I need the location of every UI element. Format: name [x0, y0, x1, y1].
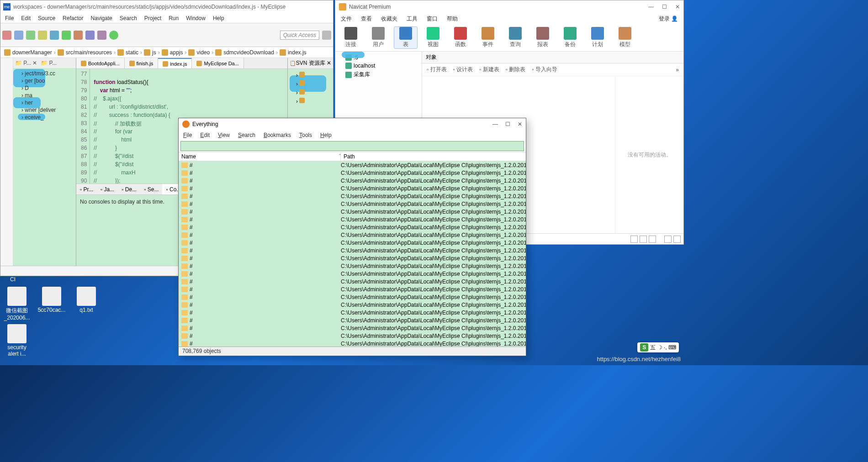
desktop-icon[interactable]: security alert i... [4, 324, 30, 357]
col-path[interactable]: Path [341, 152, 526, 161]
menu-search[interactable]: Search [120, 15, 137, 21]
result-row[interactable]: #C:\Users\Administrator\AppData\Local\My… [179, 231, 526, 239]
result-row[interactable]: #C:\Users\Administrator\AppData\Local\My… [179, 161, 526, 169]
menu-project[interactable]: Project [144, 15, 161, 21]
ribbon-用户[interactable]: 用户 [366, 27, 390, 48]
nav-menu-item[interactable]: 查看 [361, 15, 372, 23]
login-button[interactable]: 登录 👤 [659, 15, 678, 23]
ribbon-备份[interactable]: 备份 [558, 27, 582, 48]
result-row[interactable]: #C:\Users\Administrator\AppData\Local\My… [179, 247, 526, 254]
result-row[interactable]: #C:\Users\Administrator\AppData\Local\My… [179, 169, 526, 177]
ev-menu-edit[interactable]: Edit [200, 132, 210, 138]
editor-tab[interactable]: index.js [158, 58, 192, 68]
breadcrumb-item[interactable]: video [196, 49, 210, 56]
result-row[interactable]: #C:\Users\Administrator\AppData\Local\My… [179, 285, 526, 293]
quick-access-field[interactable]: Quick Access [280, 31, 319, 40]
ribbon-连接[interactable]: 连接 [339, 27, 363, 48]
view-detail-icon[interactable] [640, 236, 647, 243]
ev-menu-help[interactable]: Help [320, 132, 332, 138]
ribbon-报表[interactable]: 报表 [531, 27, 555, 48]
ribbon-视图[interactable]: 视图 [421, 27, 445, 48]
package-explorer[interactable]: 📁 P... ✕📁 P... › ject/tms/3.cc› ger [boo… [13, 58, 76, 266]
table-actions[interactable]: ▫ 打开表▫ 设计表▫ 新建表▫ 删除表▫ 导入向导» [422, 63, 683, 76]
new-icon[interactable] [2, 31, 11, 40]
save-icon[interactable] [14, 31, 23, 40]
view-list-icon[interactable] [630, 236, 638, 243]
editor-tab[interactable]: BootdoAppli... [76, 58, 125, 68]
search-icon[interactable] [85, 31, 95, 40]
result-row[interactable]: #C:\Users\Administrator\AppData\Local\My… [179, 324, 526, 332]
breadcrumb-item[interactable]: sdmcvideoDownload [223, 49, 274, 56]
editor-tab[interactable]: MyEclipse Da... [192, 58, 243, 68]
bottom-tab[interactable]: ▫ Pr... [76, 184, 97, 194]
result-row[interactable]: #C:\Users\Administrator\AppData\Local\My… [179, 184, 526, 192]
menu-edit[interactable]: Edit [21, 15, 31, 21]
pkg-item[interactable]: › ger [boo [15, 77, 74, 84]
close-icon[interactable]: ✕ [675, 4, 680, 10]
pkg-item[interactable]: › wner [deliver [15, 106, 74, 114]
result-row[interactable]: #C:\Users\Administrator\AppData\Local\My… [179, 254, 526, 262]
save-all-icon[interactable] [26, 31, 35, 40]
svn-item[interactable]: › [290, 71, 331, 79]
result-row[interactable]: #C:\Users\Administrator\AppData\Local\My… [179, 309, 526, 316]
ribbon-查询[interactable]: 查询 [503, 27, 527, 48]
breadcrumb-item[interactable]: static [126, 49, 138, 56]
ribbon-事件[interactable]: 事件 [476, 27, 500, 48]
result-row[interactable]: #C:\Users\Administrator\AppData\Local\My… [179, 301, 526, 309]
everything-menubar[interactable]: FileEditViewSearchBookmarksToolsHelp [179, 130, 526, 140]
result-row[interactable]: #C:\Users\Administrator\AppData\Local\My… [179, 293, 526, 301]
nav-menu-item[interactable]: 收藏夹 [381, 15, 397, 23]
navicat-titlebar[interactable]: Navicat Premium — ☐ ✕ [335, 0, 683, 13]
ribbon-计划[interactable]: 计划 [586, 27, 609, 48]
bottom-tab[interactable]: ▫ Se... [140, 184, 162, 194]
result-row[interactable]: #C:\Users\Administrator\AppData\Local\My… [179, 278, 526, 285]
myeclipse-titlebar[interactable]: me workspaces - downerManager/src/main/r… [0, 0, 333, 13]
ribbon-函数[interactable]: 函数 [449, 27, 472, 48]
package-explorer-tabs[interactable]: 📁 P... ✕📁 P... [13, 58, 76, 68]
result-row[interactable]: #C:\Users\Administrator\AppData\Local\My… [179, 270, 526, 278]
table-action[interactable]: ▫ 删除表 [506, 66, 526, 74]
svn-item[interactable]: › [290, 79, 331, 88]
pkg-tab[interactable]: 📁 P... ✕ [15, 60, 37, 66]
result-row[interactable]: #C:\Users\Administrator\AppData\Local\My… [179, 200, 526, 208]
pkg-item[interactable]: › ject/tms/3.cc [15, 70, 74, 77]
menu-window[interactable]: Window [186, 15, 206, 21]
ribbon-表[interactable]: 表 [394, 26, 418, 49]
maximize-icon[interactable]: ☐ [505, 121, 510, 127]
perspective-icon[interactable] [322, 31, 331, 40]
pkg-tab[interactable]: 📁 P... [41, 60, 57, 66]
breadcrumb-item[interactable]: src/main/resources [66, 49, 112, 56]
maximize-icon[interactable]: ☐ [662, 4, 667, 10]
ev-menu-file[interactable]: File [183, 132, 192, 138]
result-row[interactable]: #C:\Users\Administrator\AppData\Local\My… [179, 262, 526, 270]
nav-menu-item[interactable]: 文件 [341, 15, 352, 23]
breadcrumb-item[interactable]: appjs [170, 49, 183, 56]
everything-list-header[interactable]: Name ˄ Path [179, 152, 526, 161]
svn-item[interactable]: › [290, 97, 331, 105]
ribbon-模型[interactable]: 模型 [613, 27, 637, 48]
col-name[interactable]: Name [179, 152, 341, 161]
editor-tabs[interactable]: BootdoAppli...finish.jsindex.jsMyEclipse… [76, 58, 287, 69]
everything-search-input[interactable] [180, 141, 524, 151]
table-action[interactable]: ▫ 设计表 [453, 66, 473, 74]
ime-indicator[interactable]: S 五 ☽ ·, ⌨ [637, 342, 679, 352]
desktop-icon[interactable]: q1.txt [73, 287, 100, 321]
minimize-icon[interactable]: — [648, 4, 654, 10]
nav-tree-item[interactable]: localhost [337, 62, 420, 70]
menu-help[interactable]: Help [213, 15, 224, 21]
breadcrumb-item[interactable]: index.js [288, 49, 307, 56]
breadcrumb-item[interactable]: js [152, 49, 156, 56]
ev-menu-tools[interactable]: Tools [299, 132, 312, 138]
run-green-icon[interactable] [109, 31, 118, 40]
result-row[interactable]: #C:\Users\Administrator\AppData\Local\My… [179, 177, 526, 184]
object-bar[interactable]: 对象 [422, 52, 683, 63]
minimize-icon[interactable]: — [492, 121, 498, 127]
table-action[interactable]: ▫ 打开表 [427, 66, 447, 74]
svn-item[interactable]: › [290, 88, 331, 97]
table-action[interactable]: ▫ 导入向导 [532, 66, 557, 74]
view-er-icon[interactable] [664, 236, 672, 243]
bottom-tab[interactable]: ▫ De... [118, 184, 140, 194]
close-icon[interactable]: ✕ [518, 121, 522, 127]
desktop-ci-label[interactable]: CI [10, 276, 16, 283]
nav-tree-item[interactable]: 采集库 [337, 70, 420, 79]
